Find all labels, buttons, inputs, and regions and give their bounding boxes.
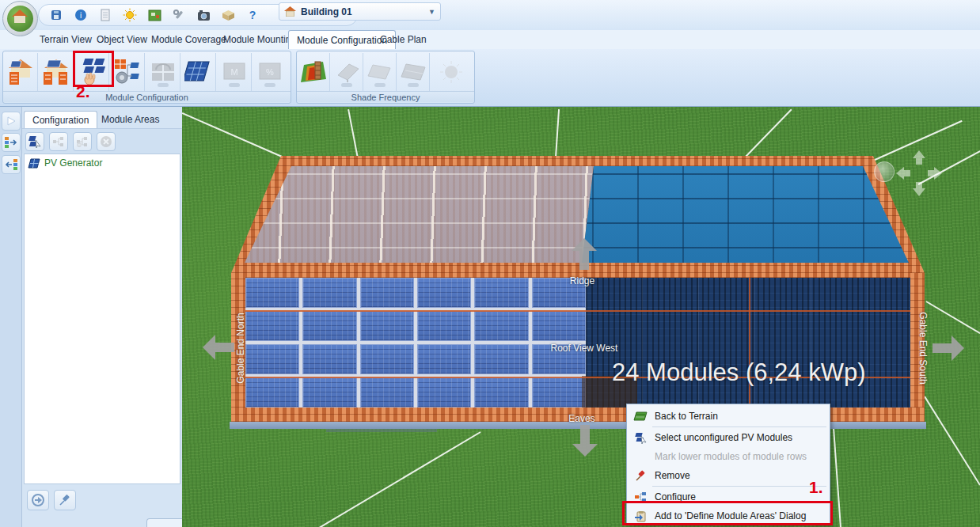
configuration-panel: Configuration Module Areas <box>22 107 182 527</box>
svg-text:%: % <box>266 67 274 77</box>
annotation-number-step1: 1. <box>809 478 823 497</box>
menu-item-label: Add to 'Define Module Areas' Dialog <box>655 510 806 521</box>
menu-item-remove[interactable]: Remove <box>627 466 830 485</box>
flat-module-icon <box>367 62 393 82</box>
svg-text:?: ? <box>249 9 256 21</box>
menu-item-select-unconfigured[interactable]: Select unconfigured PV Modules <box>627 428 830 447</box>
map-icon[interactable] <box>146 7 162 23</box>
sidebar-toolbar <box>22 128 182 154</box>
menu-item-configure[interactable]: Configure <box>627 487 830 506</box>
guide-line <box>348 109 359 158</box>
ribbon-tab-bar: Terrain View Object View Module Coverage… <box>0 30 980 49</box>
cancel-button[interactable] <box>97 132 116 151</box>
add-dialog-icon <box>633 510 648 522</box>
cover-house-docs-button[interactable] <box>39 53 74 91</box>
remove-config-button[interactable] <box>73 132 92 151</box>
building-selector-value: Building 01 <box>301 6 352 17</box>
tools-icon[interactable] <box>171 7 187 23</box>
exit-configuration-button[interactable] <box>27 490 49 510</box>
sun-dim-button[interactable] <box>430 53 473 91</box>
guide-line <box>555 109 560 157</box>
app-menu-button[interactable] <box>2 1 38 36</box>
pan-control-pad[interactable] <box>895 149 944 198</box>
gable-north-label: Gable End North <box>235 301 246 396</box>
module-count-label: 24 Modules (6,24 kWp) <box>612 358 873 387</box>
tree-back-button[interactable] <box>2 155 21 174</box>
svg-text:M: M <box>230 67 237 77</box>
group-label-shade-frequency: Shade Frequency <box>297 91 474 102</box>
tilted-module-button[interactable] <box>330 53 363 91</box>
svg-text:i: i <box>80 11 82 20</box>
help-icon[interactable]: ? <box>245 7 260 23</box>
tab-cable-plan[interactable]: Cable Plan <box>372 30 435 49</box>
module-plane-icon <box>400 62 427 82</box>
menu-item-mark-lower-modules[interactable]: Mark lower modules of module rows <box>627 447 830 466</box>
auto-configure-icon <box>113 58 142 86</box>
configure-tree-button[interactable] <box>49 132 68 151</box>
module-grid-button[interactable] <box>146 53 180 91</box>
select-modules-icon <box>28 135 42 148</box>
module-percent-button[interactable]: % <box>253 53 287 91</box>
move-up-arrow[interactable] <box>572 238 597 270</box>
menu-item-back-to-terrain[interactable]: Back to Terrain <box>627 407 830 426</box>
pv-module-icon <box>28 158 40 169</box>
eaves-label: Eaves <box>562 413 602 424</box>
menu-item-label: Mark lower modules of module rows <box>655 451 807 462</box>
left-dock-strip <box>0 107 22 527</box>
roof-view-label: Roof View West <box>529 343 640 354</box>
gable-south-label: Gable End South <box>917 301 929 396</box>
corner-marker-icon[interactable] <box>874 161 895 182</box>
menu-item-label: Back to Terrain <box>655 411 718 422</box>
flat-module-button[interactable] <box>363 53 397 91</box>
guide-line <box>833 428 841 527</box>
photo-icon[interactable] <box>196 7 211 23</box>
tree-forward-button[interactable] <box>2 133 21 152</box>
tree-arrow-right-icon <box>4 136 18 149</box>
tilted-module-icon <box>333 61 360 83</box>
guide-line <box>319 431 481 527</box>
context-menu: Back to Terrain Select unconfigured PV M… <box>626 404 830 525</box>
package-icon[interactable] <box>220 7 236 23</box>
sun-icon[interactable] <box>122 7 138 23</box>
shade-frequency-button[interactable] <box>297 53 330 91</box>
quick-access-toolbar: i ? Building 01 ▼ <box>0 0 980 30</box>
configure-icon <box>633 491 648 502</box>
guide-line <box>743 109 792 159</box>
expand-panel-button[interactable] <box>2 112 21 131</box>
shade-frequency-icon <box>299 59 328 85</box>
module-plane-button[interactable] <box>397 53 430 91</box>
sidebar-tab-module-areas[interactable]: Module Areas <box>93 111 167 128</box>
menu-item-label: Remove <box>655 470 690 481</box>
play-icon <box>6 116 16 126</box>
pin-panel-button[interactable] <box>54 490 76 510</box>
module-grid-icon <box>150 59 177 85</box>
ribbon: M % Module Configuration <box>0 49 980 107</box>
3d-roof-viewport[interactable]: Ridge Roof View West 24 Modules (6,24 kW… <box>182 107 980 527</box>
module-m-icon: M <box>221 60 248 84</box>
move-down-arrow[interactable] <box>572 425 598 457</box>
menu-separator <box>652 427 826 427</box>
tree-item-label: PV Generator <box>44 157 102 169</box>
cover-house-button[interactable] <box>3 53 38 91</box>
menu-item-add-to-define-module-areas[interactable]: Add to 'Define Module Areas' Dialog <box>627 506 830 525</box>
app-logo-icon <box>7 6 33 32</box>
select-modules-button[interactable] <box>25 132 44 151</box>
auto-configure-button[interactable] <box>110 53 145 91</box>
save-icon[interactable] <box>48 7 64 23</box>
select-modules-icon <box>633 432 648 444</box>
annotation-number-step2: 2. <box>76 82 90 101</box>
module-array-button[interactable] <box>181 53 216 91</box>
report-icon[interactable] <box>97 7 113 23</box>
building-selector[interactable]: Building 01 ▼ <box>279 2 441 21</box>
menu-item-label: Configure <box>655 491 696 502</box>
cover-house-icon <box>7 58 34 86</box>
tree-item-pv-generator[interactable]: PV Generator <box>25 154 180 172</box>
module-m-button[interactable]: M <box>217 53 252 91</box>
pin-icon <box>58 493 72 507</box>
guide-line <box>182 112 287 160</box>
info-icon[interactable]: i <box>73 7 89 23</box>
move-right-arrow[interactable] <box>933 336 964 361</box>
move-left-arrow[interactable] <box>203 335 234 360</box>
sidebar-tab-configuration[interactable]: Configuration <box>24 111 97 128</box>
cancel-icon <box>100 135 112 148</box>
